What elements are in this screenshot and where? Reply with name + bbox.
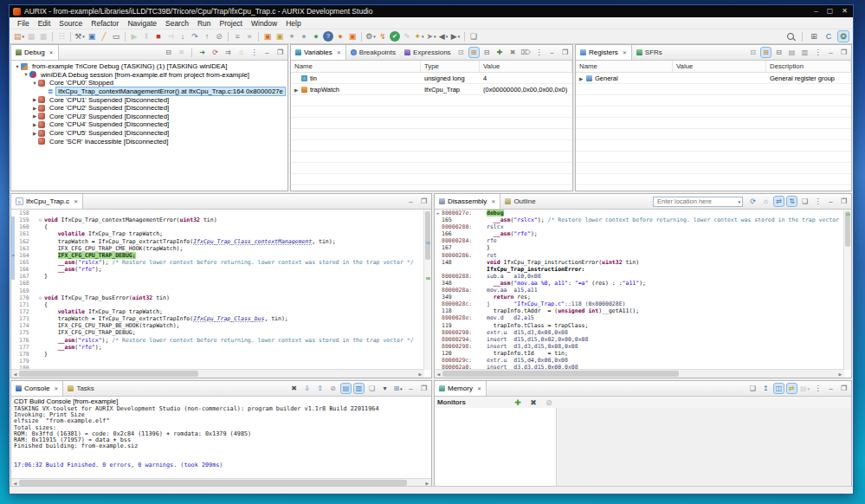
home-button[interactable]: ⌂ (761, 197, 771, 206)
remove-all-terminated-button[interactable]: ✖ (177, 48, 186, 57)
chevron-down-icon[interactable]: ▾ (738, 199, 740, 204)
pin-debug-context-button[interactable]: ☝ (236, 48, 246, 57)
close-icon[interactable]: ✕ (54, 385, 58, 391)
save-all-button[interactable]: ▦ (38, 31, 48, 42)
step-over-button[interactable]: ↷ (190, 31, 200, 42)
menu-search[interactable]: Search (161, 18, 193, 29)
debug-tree-item[interactable]: ▼Core 'CPU0' Stopped (11, 79, 287, 87)
view-menu-button[interactable]: ⋮ (813, 48, 823, 57)
disassembly-horizontal-scrollbar[interactable]: ◀ ▶ (435, 369, 844, 378)
disassembly-line[interactable]: 120 trapInfo.tId = tin; (435, 350, 844, 357)
close-icon[interactable]: ✕ (49, 49, 54, 55)
open-console-button[interactable]: ⊞▾ (393, 384, 403, 393)
minimize-view-button[interactable]: – (826, 48, 836, 57)
tab-breakpoints[interactable]: Breakpoints (346, 45, 400, 60)
export-memory-button[interactable]: ↥ (761, 384, 771, 393)
code-line[interactable]: 159⊖void IfxCpu_Trap_contextManagementEr… (11, 216, 424, 223)
maximize-view-button[interactable]: ❐ (419, 384, 429, 393)
tab-memory[interactable]: Memory ✕ (435, 381, 487, 396)
settings-gear-button[interactable]: ⚙▾ (365, 31, 376, 42)
maximize-view-button[interactable]: ❐ (560, 48, 570, 57)
add-memory-monitor-button[interactable]: ✚ (513, 397, 523, 408)
registers-table[interactable]: NameValueDescription▶GeneralGeneral regi… (576, 61, 851, 191)
code-line[interactable]: 167} (11, 273, 424, 280)
step-into-button[interactable]: ↓ (178, 31, 188, 42)
view-menu-button[interactable]: ⋮ (534, 48, 544, 57)
clear-console-button[interactable]: ✖ (289, 384, 299, 393)
variables-table[interactable]: NameTypeValuetinunsigned long4▶trapWatch… (291, 61, 572, 191)
remove-all-button[interactable]: ⌦ (521, 48, 531, 57)
help-button[interactable]: ? (323, 31, 333, 42)
step-filters-button[interactable]: ⇉ (223, 48, 233, 57)
minimize-view-button[interactable]: – (406, 384, 416, 393)
maximize-view-button[interactable]: ❐ (839, 197, 849, 206)
debug-tree-item[interactable]: ▶Core 'CPU1' Suspended [Disconnected] (11, 95, 287, 104)
minimize-view-button[interactable]: – (262, 48, 272, 57)
scroll-left-icon[interactable]: ◀ (435, 372, 442, 377)
minimize-view-button[interactable]: – (547, 48, 557, 57)
refresh-view-button[interactable]: ⟳ (748, 197, 758, 206)
menu-help[interactable]: Help (281, 18, 305, 29)
disassembly-line[interactable]: 348 __asm("mov.aa %0, a11": "=a" (res) :… (435, 280, 844, 287)
cpp-perspective-button[interactable]: C (823, 31, 834, 42)
scroll-left-icon[interactable]: ◀ (11, 481, 19, 486)
code-line[interactable]: 166 __asm("rfe"); (11, 266, 424, 273)
code-line[interactable]: ➜164 IFX_CFG_CPU_TRAP_DEBUG; (11, 252, 424, 259)
new-wizard-button[interactable]: ▤▾ (14, 31, 24, 42)
edit-pencil-button[interactable]: ✎ (402, 31, 412, 42)
security-shield-button[interactable]: ✔ (390, 31, 400, 42)
forward-history-button[interactable]: ▶▾ (450, 31, 461, 42)
link-renderings-button[interactable]: ⇄ (787, 384, 797, 393)
disassembly-line[interactable]: 148void IfxCpu_Trap_instructionError(uin… (435, 259, 844, 266)
infineon-tool-button[interactable]: ▣ (347, 31, 358, 42)
debug-tree-item[interactable]: ▶Core 'CPU2' Suspended [Disconnected] (11, 104, 287, 113)
view-menu-button[interactable]: ⋮ (813, 197, 823, 206)
collapse-all-button[interactable]: ⊟ (164, 48, 173, 57)
scroll-left-icon[interactable]: ◀ (11, 372, 19, 377)
disconnect-button[interactable]: ⊣ (165, 31, 176, 42)
maximize-view-button[interactable]: ❐ (275, 48, 285, 57)
tab-sfrs[interactable]: SFRs (632, 45, 667, 60)
code-line[interactable]: 158 (11, 210, 424, 216)
close-icon[interactable]: ✕ (491, 198, 495, 204)
debug-tree-item[interactable]: ≣IfxCpu_Trap_contextManagementError() at… (11, 87, 287, 96)
debug-tree-item[interactable]: Core 'SCR' Inaccessible [Disconnected] (11, 137, 287, 145)
code-line[interactable]: 162 trapWatch = IfxCpu_Trap_extractTrapI… (11, 238, 424, 245)
word-wrap-button[interactable]: ▤ (341, 384, 351, 393)
minimize-window-button[interactable]: – (814, 7, 817, 16)
disassembly-line[interactable]: 80000294:insert d15,d15,0x02,0x00,0x08 (435, 336, 844, 343)
debug-tree-item[interactable]: ▼winIDEA Debug session [from-example.elf… (11, 71, 287, 80)
disassembly-line[interactable]: 80000280:rslcx (435, 223, 844, 230)
disassembly-line[interactable]: 80000288:sub.a a10,0x08 (435, 273, 844, 280)
code-line[interactable]: 178} (11, 351, 424, 358)
disassembly-line[interactable]: 8000028c:j "IfxCpu_Trap.c"::118 (0x80000… (435, 300, 844, 307)
add-watch-expression-button[interactable]: ✚ (495, 48, 505, 57)
flash-device-button[interactable]: ▣ (262, 31, 273, 42)
show-console-on-output-button[interactable]: ▥ (354, 384, 364, 393)
location-input[interactable]: Enter location here ▾ (653, 197, 743, 207)
code-area[interactable]: 158159⊖void IfxCpu_Trap_contextManagemen… (11, 210, 424, 370)
debug-tree[interactable]: ▼from-example TriCore Debug (TASKING) (1… (11, 61, 287, 191)
maximize-view-button[interactable]: ❐ (839, 48, 849, 57)
new-register-group-button[interactable]: ▤ (787, 48, 797, 57)
terminate-button[interactable]: ■ (153, 31, 164, 42)
skip-all-breakpoints-button[interactable]: ⊘ (214, 31, 224, 42)
step-return-button[interactable]: ↑ (202, 31, 212, 42)
maximize-view-button[interactable]: ❐ (419, 197, 429, 206)
code-line[interactable]: 171{ (11, 301, 424, 308)
instruction-stepping-button[interactable]: ≡ (232, 31, 242, 42)
open-editor-window-button[interactable]: ❏ (468, 31, 479, 42)
debug-tree-item[interactable]: ▼from-example TriCore Debug (TASKING) (1… (11, 62, 287, 71)
table-header[interactable]: NameValueDescription (576, 61, 851, 73)
remove-all-monitors-button[interactable]: ⊘ (544, 397, 554, 408)
code-line[interactable]: 161 volatile IfxCpu_Trap trapWatch; (11, 230, 424, 237)
sync-with-active-frame-button[interactable]: ⇄ (774, 197, 784, 206)
close-icon[interactable]: ✕ (337, 49, 341, 55)
flash-download-button[interactable]: ↯ (378, 31, 388, 42)
search-button[interactable] (785, 31, 796, 42)
menu-edit[interactable]: Edit (34, 18, 55, 29)
display-selected-console-button[interactable]: ▾ (380, 384, 390, 393)
code-line[interactable]: 165 __asm("rslcx"); /* Restore lower con… (11, 259, 424, 266)
show-type-names-button[interactable]: ⊡ (748, 48, 758, 57)
resume-button[interactable]: ▶ (129, 31, 139, 42)
